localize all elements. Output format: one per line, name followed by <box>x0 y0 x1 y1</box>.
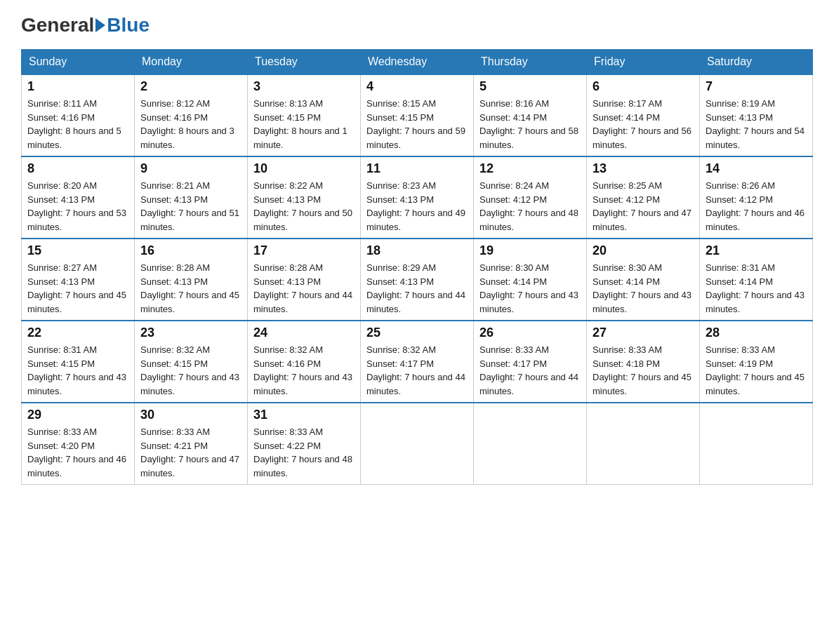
day-info: Sunrise: 8:30 AMSunset: 4:14 PMDaylight:… <box>479 262 578 314</box>
calendar-cell: 13 Sunrise: 8:25 AMSunset: 4:12 PMDaylig… <box>587 156 700 239</box>
calendar-cell <box>587 403 700 485</box>
day-number: 26 <box>479 326 581 340</box>
logo-general-text: General <box>21 14 94 36</box>
weekday-header-thursday: Thursday <box>474 50 587 75</box>
calendar-table: SundayMondayTuesdayWednesdayThursdayFrid… <box>21 49 813 485</box>
calendar-cell: 27 Sunrise: 8:33 AMSunset: 4:18 PMDaylig… <box>587 321 700 403</box>
calendar-cell: 28 Sunrise: 8:33 AMSunset: 4:19 PMDaylig… <box>700 321 813 403</box>
day-number: 21 <box>706 243 807 258</box>
logo-blue-text: Blue <box>107 14 150 36</box>
weekday-header-saturday: Saturday <box>700 50 813 75</box>
calendar-cell: 20 Sunrise: 8:30 AMSunset: 4:14 PMDaylig… <box>587 239 700 321</box>
day-number: 13 <box>593 161 694 176</box>
day-number: 15 <box>27 243 128 258</box>
calendar-cell: 7 Sunrise: 8:19 AMSunset: 4:13 PMDayligh… <box>700 74 813 156</box>
day-number: 24 <box>253 326 355 340</box>
day-number: 5 <box>479 79 581 94</box>
day-info: Sunrise: 8:31 AMSunset: 4:15 PMDaylight:… <box>27 344 126 396</box>
calendar-cell: 14 Sunrise: 8:26 AMSunset: 4:12 PMDaylig… <box>700 156 813 239</box>
day-info: Sunrise: 8:15 AMSunset: 4:15 PMDaylight:… <box>366 98 465 150</box>
day-number: 4 <box>366 79 468 94</box>
day-number: 22 <box>27 326 128 340</box>
day-info: Sunrise: 8:20 AMSunset: 4:13 PMDaylight:… <box>27 180 126 232</box>
day-number: 7 <box>706 79 807 94</box>
logo-arrow-icon <box>95 18 105 32</box>
calendar-cell: 12 Sunrise: 8:24 AMSunset: 4:12 PMDaylig… <box>474 156 587 239</box>
calendar-cell: 9 Sunrise: 8:21 AMSunset: 4:13 PMDayligh… <box>135 156 248 239</box>
calendar-cell: 2 Sunrise: 8:12 AMSunset: 4:16 PMDayligh… <box>135 74 248 156</box>
calendar-cell: 10 Sunrise: 8:22 AMSunset: 4:13 PMDaylig… <box>248 156 361 239</box>
calendar-cell: 3 Sunrise: 8:13 AMSunset: 4:15 PMDayligh… <box>248 74 361 156</box>
day-number: 19 <box>479 243 581 258</box>
day-info: Sunrise: 8:28 AMSunset: 4:13 PMDaylight:… <box>140 262 239 314</box>
day-info: Sunrise: 8:29 AMSunset: 4:13 PMDaylight:… <box>366 262 465 314</box>
day-info: Sunrise: 8:22 AMSunset: 4:13 PMDaylight:… <box>253 180 352 232</box>
day-number: 10 <box>253 161 355 176</box>
calendar-cell: 8 Sunrise: 8:20 AMSunset: 4:13 PMDayligh… <box>22 156 135 239</box>
day-info: Sunrise: 8:25 AMSunset: 4:12 PMDaylight:… <box>593 180 691 232</box>
calendar-week-row: 29 Sunrise: 8:33 AMSunset: 4:20 PMDaylig… <box>22 403 813 485</box>
day-info: Sunrise: 8:31 AMSunset: 4:14 PMDaylight:… <box>706 262 805 314</box>
day-info: Sunrise: 8:16 AMSunset: 4:14 PMDaylight:… <box>479 98 578 150</box>
day-number: 9 <box>140 161 241 176</box>
day-number: 28 <box>706 326 807 340</box>
day-number: 30 <box>140 408 241 422</box>
day-info: Sunrise: 8:27 AMSunset: 4:13 PMDaylight:… <box>27 262 126 314</box>
day-number: 23 <box>140 326 241 340</box>
weekday-header-tuesday: Tuesday <box>248 50 361 75</box>
day-number: 25 <box>366 326 468 340</box>
day-info: Sunrise: 8:12 AMSunset: 4:16 PMDaylight:… <box>140 98 234 150</box>
day-number: 14 <box>706 161 807 176</box>
calendar-cell: 19 Sunrise: 8:30 AMSunset: 4:14 PMDaylig… <box>474 239 587 321</box>
day-info: Sunrise: 8:32 AMSunset: 4:15 PMDaylight:… <box>140 344 239 396</box>
calendar-cell: 4 Sunrise: 8:15 AMSunset: 4:15 PMDayligh… <box>361 74 474 156</box>
calendar-cell: 1 Sunrise: 8:11 AMSunset: 4:16 PMDayligh… <box>22 74 135 156</box>
calendar-cell: 5 Sunrise: 8:16 AMSunset: 4:14 PMDayligh… <box>474 74 587 156</box>
day-number: 17 <box>253 243 355 258</box>
day-info: Sunrise: 8:33 AMSunset: 4:21 PMDaylight:… <box>140 427 239 478</box>
day-number: 2 <box>140 79 241 94</box>
calendar-cell <box>700 403 813 485</box>
calendar-cell: 11 Sunrise: 8:23 AMSunset: 4:13 PMDaylig… <box>361 156 474 239</box>
logo: General Blue <box>21 14 150 36</box>
day-info: Sunrise: 8:32 AMSunset: 4:16 PMDaylight:… <box>253 344 352 396</box>
calendar-cell <box>474 403 587 485</box>
calendar-cell <box>361 403 474 485</box>
calendar-week-row: 22 Sunrise: 8:31 AMSunset: 4:15 PMDaylig… <box>22 321 813 403</box>
day-number: 1 <box>27 79 128 94</box>
day-number: 31 <box>253 408 355 422</box>
day-info: Sunrise: 8:26 AMSunset: 4:12 PMDaylight:… <box>706 180 805 232</box>
day-info: Sunrise: 8:33 AMSunset: 4:17 PMDaylight:… <box>479 344 578 396</box>
day-number: 18 <box>366 243 468 258</box>
day-info: Sunrise: 8:33 AMSunset: 4:18 PMDaylight:… <box>593 344 691 396</box>
day-info: Sunrise: 8:33 AMSunset: 4:19 PMDaylight:… <box>706 344 805 396</box>
day-number: 12 <box>479 161 581 176</box>
calendar-week-row: 8 Sunrise: 8:20 AMSunset: 4:13 PMDayligh… <box>22 156 813 239</box>
weekday-header-sunday: Sunday <box>22 50 135 75</box>
calendar-cell: 17 Sunrise: 8:28 AMSunset: 4:13 PMDaylig… <box>248 239 361 321</box>
day-number: 8 <box>27 161 128 176</box>
day-number: 20 <box>593 243 694 258</box>
weekday-header-row: SundayMondayTuesdayWednesdayThursdayFrid… <box>22 50 813 75</box>
weekday-header-friday: Friday <box>587 50 700 75</box>
calendar-cell: 29 Sunrise: 8:33 AMSunset: 4:20 PMDaylig… <box>22 403 135 485</box>
calendar-cell: 18 Sunrise: 8:29 AMSunset: 4:13 PMDaylig… <box>361 239 474 321</box>
calendar-week-row: 1 Sunrise: 8:11 AMSunset: 4:16 PMDayligh… <box>22 74 813 156</box>
day-info: Sunrise: 8:28 AMSunset: 4:13 PMDaylight:… <box>253 262 352 314</box>
calendar-cell: 31 Sunrise: 8:33 AMSunset: 4:22 PMDaylig… <box>248 403 361 485</box>
day-number: 29 <box>27 408 128 422</box>
page-header: General Blue <box>21 14 813 36</box>
day-info: Sunrise: 8:11 AMSunset: 4:16 PMDaylight:… <box>27 98 121 150</box>
calendar-cell: 16 Sunrise: 8:28 AMSunset: 4:13 PMDaylig… <box>135 239 248 321</box>
day-info: Sunrise: 8:33 AMSunset: 4:22 PMDaylight:… <box>253 427 352 478</box>
day-info: Sunrise: 8:19 AMSunset: 4:13 PMDaylight:… <box>706 98 805 150</box>
day-info: Sunrise: 8:13 AMSunset: 4:15 PMDaylight:… <box>253 98 348 150</box>
calendar-week-row: 15 Sunrise: 8:27 AMSunset: 4:13 PMDaylig… <box>22 239 813 321</box>
day-number: 3 <box>253 79 355 94</box>
day-number: 27 <box>593 326 694 340</box>
calendar-cell: 22 Sunrise: 8:31 AMSunset: 4:15 PMDaylig… <box>22 321 135 403</box>
day-number: 11 <box>366 161 468 176</box>
calendar-cell: 25 Sunrise: 8:32 AMSunset: 4:17 PMDaylig… <box>361 321 474 403</box>
day-number: 6 <box>593 79 694 94</box>
calendar-cell: 15 Sunrise: 8:27 AMSunset: 4:13 PMDaylig… <box>22 239 135 321</box>
